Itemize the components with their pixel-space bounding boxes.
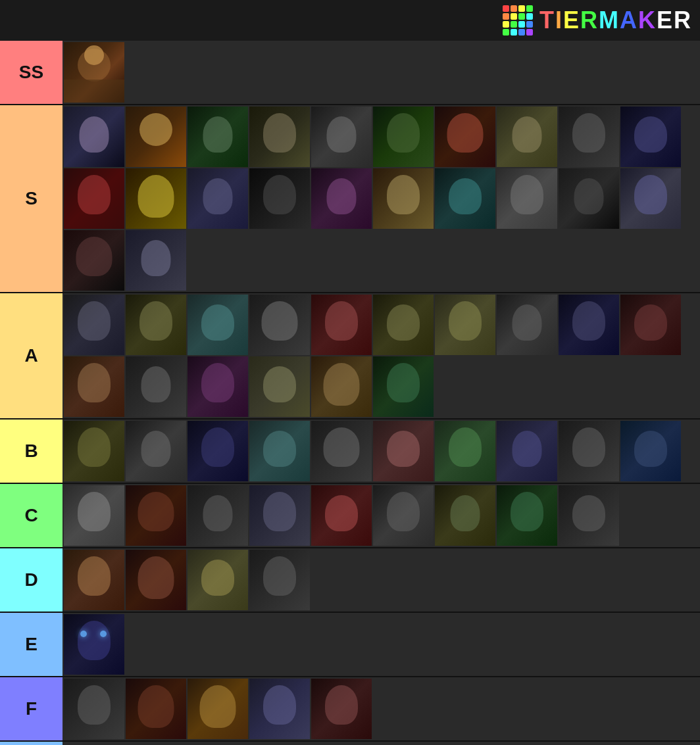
char-slot[interactable] bbox=[64, 421, 124, 481]
char-slot[interactable] bbox=[64, 356, 124, 417]
tier-row-d: D bbox=[0, 548, 700, 613]
char-slot[interactable] bbox=[188, 107, 248, 167]
char-slot[interactable] bbox=[249, 679, 310, 739]
char-slot[interactable] bbox=[559, 168, 619, 229]
tier-content-c bbox=[63, 484, 700, 547]
char-slot[interactable] bbox=[249, 485, 310, 546]
tier-row-c: C bbox=[0, 484, 700, 548]
char-slot[interactable] bbox=[497, 295, 557, 355]
char-slot[interactable] bbox=[249, 295, 310, 355]
tier-container: SS S bbox=[0, 41, 700, 745]
logo-cell bbox=[518, 13, 525, 20]
char-slot[interactable] bbox=[311, 421, 372, 481]
char-slot[interactable] bbox=[126, 679, 186, 739]
char-slot[interactable] bbox=[126, 230, 186, 291]
char-slot[interactable] bbox=[188, 356, 248, 417]
char-slot[interactable] bbox=[311, 485, 372, 546]
logo-cell bbox=[503, 21, 509, 28]
char-slot[interactable] bbox=[126, 356, 186, 417]
char-slot[interactable] bbox=[249, 421, 310, 481]
char-slot[interactable] bbox=[188, 679, 248, 739]
char-slot[interactable] bbox=[435, 168, 495, 229]
tier-content-f bbox=[63, 677, 700, 740]
tier-row-a: A bbox=[0, 293, 700, 420]
char-slot[interactable] bbox=[64, 550, 124, 610]
char-slot[interactable] bbox=[249, 356, 310, 417]
char-slot[interactable] bbox=[497, 485, 557, 546]
char-slot[interactable] bbox=[497, 421, 557, 481]
char-slot[interactable] bbox=[64, 230, 124, 291]
logo-cell bbox=[518, 21, 525, 28]
char-slot[interactable] bbox=[620, 421, 681, 481]
tier-content-a bbox=[63, 293, 700, 418]
char-slot[interactable] bbox=[188, 421, 248, 481]
tier-content-b bbox=[63, 420, 700, 483]
char-slot[interactable] bbox=[559, 421, 619, 481]
char-slot[interactable] bbox=[373, 356, 434, 417]
tier-label-e: E bbox=[0, 613, 63, 676]
char-slot[interactable] bbox=[373, 421, 434, 481]
char-slot[interactable] bbox=[64, 614, 124, 675]
char-slot[interactable] bbox=[559, 107, 619, 167]
header: TiERMAKER bbox=[0, 0, 700, 41]
char-slot[interactable] bbox=[126, 295, 186, 355]
logo-cell bbox=[526, 29, 533, 36]
char-slot[interactable] bbox=[249, 550, 310, 610]
char-slot[interactable] bbox=[311, 356, 372, 417]
char-slot[interactable] bbox=[373, 107, 434, 167]
char-slot[interactable] bbox=[497, 107, 557, 167]
char-slot[interactable] bbox=[64, 107, 124, 167]
char-slot[interactable] bbox=[559, 295, 619, 355]
logo-cell bbox=[511, 13, 517, 20]
char-slot[interactable] bbox=[311, 679, 372, 739]
char-slot[interactable] bbox=[126, 421, 186, 481]
logo-cell bbox=[526, 21, 533, 28]
tier-row-e: E bbox=[0, 613, 700, 677]
char-slot[interactable] bbox=[373, 295, 434, 355]
tier-label-a: A bbox=[0, 293, 63, 418]
char-slot[interactable] bbox=[311, 107, 372, 167]
char-slot[interactable] bbox=[188, 550, 248, 610]
tier-row-dk: Don't know /Don't remember bbox=[0, 742, 700, 745]
char-slot[interactable] bbox=[435, 485, 495, 546]
char-slot[interactable] bbox=[620, 295, 681, 355]
char-slot[interactable] bbox=[64, 168, 124, 229]
tier-label-c: C bbox=[0, 484, 63, 547]
char-slot[interactable] bbox=[64, 295, 124, 355]
char-slot[interactable] bbox=[373, 485, 434, 546]
tier-content-ss bbox=[63, 41, 700, 104]
char-slot[interactable] bbox=[311, 168, 372, 229]
tier-label-s: S bbox=[0, 105, 63, 292]
char-slot[interactable] bbox=[188, 168, 248, 229]
char-slot[interactable] bbox=[559, 485, 619, 546]
char-slot[interactable] bbox=[126, 168, 186, 229]
char-slot[interactable] bbox=[64, 42, 124, 103]
logo-cell bbox=[526, 13, 533, 20]
char-slot[interactable] bbox=[64, 679, 124, 739]
logo-cell bbox=[526, 5, 533, 12]
logo-cell bbox=[511, 29, 517, 36]
char-slot[interactable] bbox=[620, 168, 681, 229]
char-slot[interactable] bbox=[126, 550, 186, 610]
char-slot[interactable] bbox=[188, 485, 248, 546]
char-slot[interactable] bbox=[497, 168, 557, 229]
char-slot[interactable] bbox=[126, 107, 186, 167]
char-slot[interactable] bbox=[249, 168, 310, 229]
tier-label-f: F bbox=[0, 677, 63, 740]
char-slot[interactable] bbox=[249, 107, 310, 167]
logo-title: TiERMAKER bbox=[539, 7, 692, 34]
logo-cell bbox=[518, 5, 525, 12]
tier-row-s: S bbox=[0, 105, 700, 293]
char-slot[interactable] bbox=[126, 485, 186, 546]
char-slot[interactable] bbox=[435, 421, 495, 481]
char-slot[interactable] bbox=[620, 107, 681, 167]
logo-cell bbox=[503, 13, 509, 20]
logo-cell bbox=[503, 29, 509, 36]
char-slot[interactable] bbox=[188, 295, 248, 355]
char-slot[interactable] bbox=[435, 107, 495, 167]
char-slot[interactable] bbox=[373, 168, 434, 229]
char-slot[interactable] bbox=[435, 295, 495, 355]
tier-label-b: B bbox=[0, 420, 63, 483]
char-slot[interactable] bbox=[64, 485, 124, 546]
char-slot[interactable] bbox=[311, 295, 372, 355]
